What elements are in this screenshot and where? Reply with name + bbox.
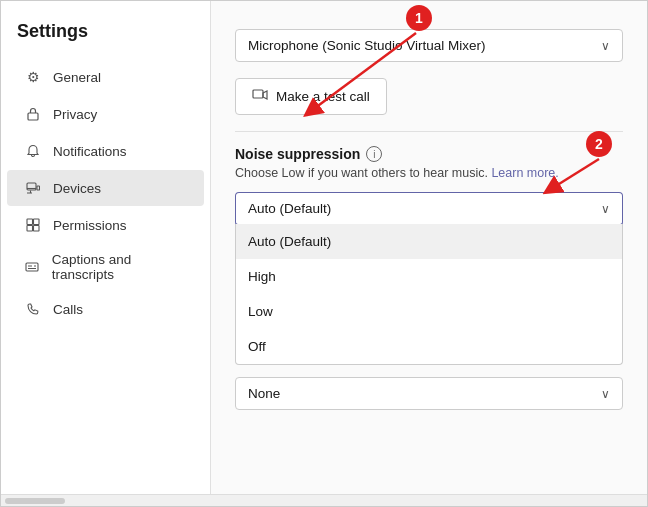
noise-suppression-desc: Choose Low if you want others to hear mu… bbox=[235, 166, 623, 180]
sidebar-item-label: Calls bbox=[53, 302, 83, 317]
noise-suppression-description: Choose Low if you want others to hear mu… bbox=[235, 166, 488, 180]
test-call-icon bbox=[252, 87, 268, 106]
chevron-down-icon: ∨ bbox=[601, 39, 610, 53]
sidebar-item-general[interactable]: ⚙ General bbox=[7, 59, 204, 95]
sidebar: Settings ⚙ General Privacy bbox=[1, 1, 211, 494]
learn-more-link[interactable]: Learn more. bbox=[491, 166, 558, 180]
general-icon: ⚙ bbox=[23, 67, 43, 87]
option-low[interactable]: Low bbox=[236, 294, 622, 329]
svg-rect-5 bbox=[27, 226, 33, 232]
main-content: 1 2 bbox=[211, 1, 647, 494]
option-off[interactable]: Off bbox=[236, 329, 622, 364]
window-body: Settings ⚙ General Privacy bbox=[1, 1, 647, 494]
svg-rect-10 bbox=[253, 90, 263, 98]
svg-rect-2 bbox=[37, 186, 40, 190]
sidebar-item-label: Captions and transcripts bbox=[52, 252, 188, 282]
noise-suppression-title-row: Noise suppression i bbox=[235, 146, 623, 162]
sidebar-item-permissions[interactable]: Permissions bbox=[7, 207, 204, 243]
annotation-1: 1 bbox=[406, 5, 432, 31]
chevron-down-icon: ∨ bbox=[601, 387, 610, 401]
sidebar-item-label: Notifications bbox=[53, 144, 127, 159]
sidebar-item-notifications[interactable]: Notifications bbox=[7, 133, 204, 169]
sidebar-item-label: Privacy bbox=[53, 107, 97, 122]
sidebar-item-devices[interactable]: Devices bbox=[7, 170, 204, 206]
permissions-icon bbox=[23, 215, 43, 235]
svg-rect-6 bbox=[34, 226, 40, 232]
microphone-dropdown[interactable]: Microphone (Sonic Studio Virtual Mixer) … bbox=[235, 29, 623, 62]
noise-suppression-dropdown[interactable]: Auto (Default) ∨ bbox=[235, 192, 623, 226]
option-auto[interactable]: Auto (Default) bbox=[236, 224, 622, 259]
svg-rect-7 bbox=[26, 263, 38, 271]
noise-suppression-title: Noise suppression bbox=[235, 146, 360, 162]
svg-rect-4 bbox=[34, 219, 40, 225]
captions-icon bbox=[23, 257, 42, 277]
settings-window: Settings ⚙ General Privacy bbox=[0, 0, 648, 507]
svg-rect-3 bbox=[27, 219, 33, 225]
info-icon[interactable]: i bbox=[366, 146, 382, 162]
option-high[interactable]: High bbox=[236, 259, 622, 294]
notifications-icon bbox=[23, 141, 43, 161]
calls-icon bbox=[23, 299, 43, 319]
sidebar-item-privacy[interactable]: Privacy bbox=[7, 96, 204, 132]
noise-suppression-selected: Auto (Default) bbox=[248, 201, 331, 216]
chevron-down-icon: ∨ bbox=[601, 202, 610, 216]
make-test-call-button[interactable]: Make a test call bbox=[235, 78, 387, 115]
svg-rect-0 bbox=[28, 113, 38, 120]
second-dropdown-value: None bbox=[248, 386, 280, 401]
divider bbox=[235, 131, 623, 132]
noise-suppression-options: Auto (Default) High Low Off bbox=[235, 224, 623, 365]
sidebar-title: Settings bbox=[1, 9, 210, 58]
sidebar-item-calls[interactable]: Calls bbox=[7, 291, 204, 327]
sidebar-item-label: General bbox=[53, 70, 101, 85]
scrollbar-thumb[interactable] bbox=[5, 498, 65, 504]
microphone-dropdown-container: Microphone (Sonic Studio Virtual Mixer) … bbox=[235, 29, 623, 62]
sidebar-item-label: Devices bbox=[53, 181, 101, 196]
microphone-dropdown-value: Microphone (Sonic Studio Virtual Mixer) bbox=[248, 38, 486, 53]
horizontal-scrollbar[interactable] bbox=[1, 494, 647, 506]
devices-icon bbox=[23, 178, 43, 198]
privacy-icon bbox=[23, 104, 43, 124]
test-call-label: Make a test call bbox=[276, 89, 370, 104]
sidebar-item-captions[interactable]: Captions and transcripts bbox=[7, 244, 204, 290]
second-dropdown[interactable]: None ∨ bbox=[235, 377, 623, 410]
sidebar-item-label: Permissions bbox=[53, 218, 127, 233]
